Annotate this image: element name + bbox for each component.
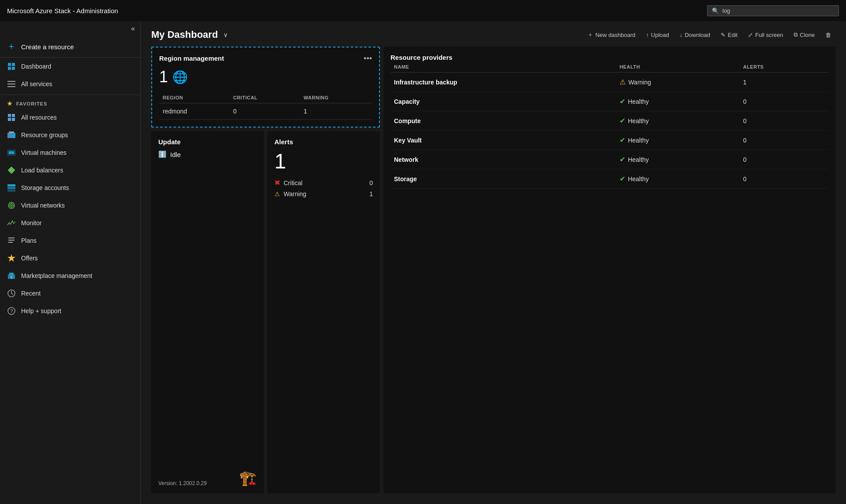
- search-box[interactable]: 🔍: [707, 5, 839, 16]
- storage-accounts-icon: [7, 183, 16, 192]
- resource-providers-table: NAME HEALTH ALERTS Infrastructure backup…: [390, 62, 828, 189]
- provider-health: ✔Healthy: [616, 169, 740, 189]
- alert-row-critical: ✖ Critical 0: [274, 177, 373, 189]
- resource-provider-row[interactable]: Infrastructure backup⚠Warning1: [390, 73, 828, 92]
- sidebar-item-dashboard[interactable]: Dashboard: [0, 58, 140, 75]
- marketplace-icon: [7, 271, 16, 280]
- resource-provider-row[interactable]: Storage✔Healthy0: [390, 169, 828, 189]
- sidebar-item-virtual-machines[interactable]: Virtual machines: [0, 144, 140, 161]
- table-row[interactable]: redmond 0 1: [159, 103, 372, 120]
- healthy-icon: ✔: [620, 175, 625, 183]
- region-count-number: 1: [159, 68, 168, 86]
- sidebar-item-plans[interactable]: Plans: [0, 232, 140, 249]
- delete-button[interactable]: 🗑: [821, 29, 835, 41]
- monitor-icon: [7, 219, 16, 227]
- provider-name: Capacity: [390, 92, 616, 111]
- list-icon: [7, 80, 16, 88]
- upload-button[interactable]: ↑ Upload: [642, 29, 674, 41]
- update-panel: Update ℹ️ Idle Version: 1.2002.0.29 🏗️: [151, 131, 264, 493]
- col-header-region: REGION: [159, 92, 230, 103]
- topbar: Microsoft Azure Stack - Administration 🔍: [0, 0, 846, 21]
- svg-rect-10: [12, 118, 15, 121]
- warning-icon: ⚠: [274, 190, 280, 197]
- sidebar-item-load-balancers[interactable]: Load balancers: [0, 161, 140, 179]
- alerts-count: 1: [274, 149, 373, 173]
- sidebar-label-dashboard: Dashboard: [21, 63, 51, 70]
- sidebar-divider-1: [0, 95, 140, 95]
- sidebar: « + Create a resource Dashboard: [0, 21, 141, 504]
- col-header-name: NAME: [390, 62, 616, 73]
- resource-provider-row[interactable]: Compute✔Healthy0: [390, 111, 828, 131]
- warning-health-icon: ⚠: [620, 78, 626, 86]
- sidebar-label-resource-groups: Resource groups: [21, 131, 68, 139]
- resource-provider-row[interactable]: Capacity✔Healthy0: [390, 92, 828, 111]
- star-icon: ★: [7, 100, 13, 107]
- trash-icon: 🗑: [825, 32, 831, 38]
- sidebar-label-virtual-machines: Virtual machines: [21, 149, 66, 156]
- resource-groups-icon: [7, 131, 16, 139]
- provider-health: ✔Healthy: [616, 150, 740, 169]
- region-panel-menu-button[interactable]: •••: [364, 55, 372, 62]
- sidebar-item-create-resource[interactable]: + Create a resource: [0, 36, 140, 58]
- svg-rect-7: [8, 114, 11, 117]
- alert-label-warning: Warning: [284, 190, 366, 197]
- search-input[interactable]: [722, 7, 834, 14]
- health-label: Healthy: [628, 98, 649, 105]
- provider-alerts: 0: [740, 92, 828, 111]
- region-count-row: 1 🌐: [159, 68, 372, 86]
- provider-name: Storage: [390, 169, 616, 189]
- svg-text:?: ?: [10, 308, 13, 314]
- sidebar-item-virtual-networks[interactable]: Virtual networks: [0, 197, 140, 214]
- virtual-networks-icon: [7, 201, 16, 210]
- sidebar-label-monitor: Monitor: [21, 219, 42, 226]
- provider-name: Key Vault: [390, 131, 616, 150]
- provider-alerts: 0: [740, 169, 828, 189]
- svg-rect-22: [8, 237, 15, 238]
- download-icon: ↓: [680, 32, 683, 38]
- provider-alerts: 0: [740, 131, 828, 150]
- alert-label-critical: Critical: [284, 179, 366, 186]
- help-icon: ?: [7, 307, 16, 315]
- region-name: redmond: [159, 103, 230, 120]
- fullscreen-button[interactable]: ⤢ Full screen: [744, 29, 788, 41]
- region-management-panel: Region management ••• 1 🌐 REGION CRITICA…: [151, 47, 380, 128]
- sidebar-item-marketplace[interactable]: Marketplace management: [0, 267, 140, 285]
- edit-button[interactable]: ✎ Edit: [716, 29, 742, 41]
- sidebar-item-resource-groups[interactable]: Resource groups: [0, 126, 140, 144]
- sidebar-item-monitor[interactable]: Monitor: [0, 214, 140, 232]
- load-balancers-icon: [7, 166, 16, 175]
- update-status-icon: ℹ️: [158, 150, 167, 158]
- svg-rect-11: [9, 131, 14, 133]
- provider-name: Network: [390, 150, 616, 169]
- svg-rect-8: [12, 114, 15, 117]
- version-text: Version: 1.2002.0.29: [158, 480, 207, 486]
- all-resources-icon: [7, 113, 16, 122]
- sidebar-item-help[interactable]: ? Help + support: [0, 302, 140, 320]
- sidebar-item-storage-accounts[interactable]: Storage accounts: [0, 179, 140, 197]
- clone-icon: ⧉: [794, 31, 798, 38]
- alerts-panel: Alerts 1 ✖ Critical 0 ⚠ Warning 1: [267, 131, 380, 493]
- dashboard-dropdown-button[interactable]: ∨: [222, 29, 230, 40]
- sidebar-item-all-services[interactable]: All services: [0, 75, 140, 93]
- sidebar-item-all-resources[interactable]: All resources: [0, 109, 140, 126]
- update-graphic-icon: 🏗️: [239, 470, 257, 486]
- resource-provider-row[interactable]: Network✔Healthy0: [390, 150, 828, 169]
- left-column: Region management ••• 1 🌐 REGION CRITICA…: [151, 47, 380, 493]
- download-button[interactable]: ↓ Download: [675, 29, 715, 41]
- collapse-button[interactable]: «: [131, 25, 135, 33]
- new-dashboard-button[interactable]: ＋ New dashboard: [583, 28, 640, 41]
- region-globe-icon: 🌐: [172, 70, 188, 84]
- provider-name: Infrastructure backup: [390, 73, 616, 92]
- sidebar-label-all-services: All services: [21, 80, 52, 88]
- sidebar-label-all-resources: All resources: [21, 114, 57, 121]
- sidebar-item-offers[interactable]: Offers: [0, 249, 140, 267]
- clone-button[interactable]: ⧉ Clone: [789, 29, 819, 41]
- sidebar-item-recent[interactable]: Recent: [0, 285, 140, 302]
- fullscreen-icon: ⤢: [748, 32, 753, 38]
- healthy-icon: ✔: [620, 97, 625, 106]
- alert-value-warning: 1: [369, 190, 373, 197]
- resource-provider-row[interactable]: Key Vault✔Healthy0: [390, 131, 828, 150]
- svg-rect-27: [9, 273, 14, 275]
- sidebar-label-storage-accounts: Storage accounts: [21, 184, 69, 191]
- svg-rect-9: [8, 118, 11, 121]
